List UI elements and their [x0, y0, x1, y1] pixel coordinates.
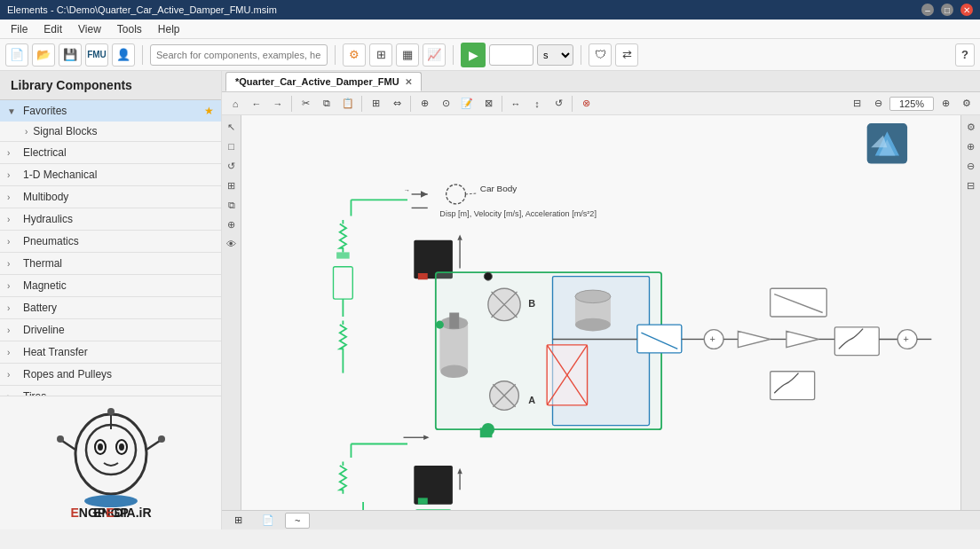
section-pneumatics-label: Pneumatics — [23, 235, 79, 247]
section-tires-header[interactable]: › Tires — [0, 386, 221, 396]
maximize-button[interactable]: □ — [941, 4, 953, 16]
canvas-arrow-btn[interactable]: ↔ — [506, 94, 526, 114]
tab-label: *Quarter_Car_Active_Damper_FMU — [235, 76, 399, 87]
canvas-dist-btn[interactable]: ⇔ — [387, 94, 407, 114]
svg-point-4 — [98, 443, 103, 451]
menu-edit[interactable]: Edit — [36, 21, 69, 37]
section-multibody-header[interactable]: › Multibody — [0, 186, 221, 208]
section-1d-mech-label: 1-D Mechanical — [23, 169, 97, 181]
toolbar: 📄 📂 💾 FMU 👤 ⚙ ⊞ ▦ 📈 ▶ 10 s ms 🛡 ⇄ ? — [0, 39, 980, 71]
fmu-button[interactable]: FMU — [85, 43, 108, 67]
tab-quarter-car[interactable]: *Quarter_Car_Active_Damper_FMU ✕ — [225, 72, 422, 91]
chart-button[interactable]: 📈 — [423, 43, 446, 67]
help-button[interactable]: ? — [955, 43, 975, 67]
strip-box[interactable]: □ — [224, 138, 240, 154]
svg-text:→: → — [404, 186, 410, 194]
shield-button[interactable]: 🛡 — [589, 43, 612, 67]
canvas-align-btn[interactable]: ⊞ — [366, 94, 385, 114]
right-icon-strip: ⚙ ⊕ ⊖ ⊟ — [960, 115, 980, 510]
menu-bar: File Edit View Tools Help — [0, 20, 980, 39]
tab-close-button[interactable]: ✕ — [405, 77, 412, 87]
sim-unit-select[interactable]: s ms — [537, 44, 573, 66]
canvas-probe-btn[interactable]: ⊕ — [415, 94, 434, 114]
section-driveline-header[interactable]: › Driveline — [0, 319, 221, 341]
layout-button[interactable]: ▦ — [396, 43, 419, 67]
favorites-subsection: › Signal Blocks — [0, 122, 221, 141]
section-1d-mech: › 1-D Mechanical — [0, 164, 221, 186]
canvas-rot-btn[interactable]: ↺ — [549, 94, 568, 114]
run-button[interactable]: ▶ — [461, 43, 486, 67]
close-button[interactable]: ✕ — [960, 4, 973, 16]
canvas-fwd-btn[interactable]: → — [268, 94, 288, 114]
section-favorites-header[interactable]: ▼ Favorites ★ — [0, 100, 221, 122]
bottom-tab-doc[interactable]: 📄 — [253, 513, 283, 528]
canvas-stop-btn[interactable]: ⊗ — [576, 94, 596, 114]
canvas-annotate-btn[interactable]: 📝 — [457, 94, 477, 114]
csep1 — [291, 96, 292, 112]
strip-r-fit[interactable]: ⊟ — [963, 177, 979, 193]
strip-layer[interactable]: ⧉ — [224, 197, 240, 213]
menu-tools[interactable]: Tools — [110, 21, 149, 37]
canvas-fit-btn[interactable]: ⊟ — [847, 94, 866, 114]
canvas-back-btn[interactable]: ← — [247, 94, 266, 114]
chevron-1d: › — [7, 170, 18, 180]
canvas-zoom-out-btn[interactable]: ⊖ — [868, 94, 888, 114]
section-pneumatics-header[interactable]: › Pneumatics — [0, 231, 221, 252]
strip-r-zoom-out[interactable]: ⊖ — [963, 158, 979, 174]
sep3 — [453, 45, 454, 65]
strip-r-settings[interactable]: ⚙ — [963, 119, 979, 135]
section-multibody-label: Multibody — [23, 191, 68, 203]
sep1 — [142, 45, 143, 65]
sim-stop-time[interactable]: 10 — [489, 44, 533, 66]
user-button[interactable]: 👤 — [112, 43, 135, 67]
section-battery-header[interactable]: › Battery — [0, 297, 221, 318]
item-signal-blocks[interactable]: › Signal Blocks — [18, 122, 221, 141]
section-ropes: › Ropes and Pulleys — [0, 364, 221, 386]
section-magnetic-header[interactable]: › Magnetic — [0, 275, 221, 296]
diagram-canvas[interactable]: ↖ □ ↺ ⊞ ⧉ ⊕ 👁 ⚙ ⊕ ⊖ ⊟ — [222, 115, 980, 510]
canvas-flip-btn[interactable]: ↕ — [527, 94, 547, 114]
section-electrical-header[interactable]: › Electrical — [0, 142, 221, 163]
svg-point-7 — [107, 408, 115, 415]
section-ropes-label: Ropes and Pulleys — [23, 368, 112, 380]
arrows-button[interactable]: ⇄ — [615, 43, 638, 67]
strip-grid[interactable]: ⊞ — [224, 177, 240, 193]
menu-help[interactable]: Help — [151, 21, 187, 37]
sep2 — [335, 45, 336, 65]
canvas-zoom-in-btn[interactable]: ⊕ — [936, 94, 955, 114]
strip-pointer[interactable]: ↖ — [224, 119, 240, 135]
canvas-settings-btn[interactable]: ⚙ — [957, 94, 976, 114]
menu-file[interactable]: File — [4, 21, 35, 37]
section-heat-transfer: › Heat Transfer — [0, 341, 221, 364]
section-1d-mech-header[interactable]: › 1-D Mechanical — [0, 164, 221, 185]
canvas-group-btn[interactable]: ⊠ — [478, 94, 498, 114]
section-thermal-header[interactable]: › Thermal — [0, 253, 221, 274]
grid-button[interactable]: ⊞ — [369, 43, 392, 67]
search-input[interactable] — [150, 44, 328, 66]
svg-text:+: + — [710, 333, 715, 344]
item-signal-blocks-label: Signal Blocks — [33, 125, 97, 137]
canvas-cut-btn[interactable]: ✂ — [296, 94, 315, 114]
canvas-paste-btn[interactable]: 📋 — [338, 94, 358, 114]
minimize-button[interactable]: – — [921, 4, 934, 16]
engpedia-logo: ENGP ENGPEDIA.iR — [44, 405, 178, 521]
save-button[interactable]: 💾 — [59, 43, 82, 67]
section-hydraulics-header[interactable]: › Hydraulics — [0, 208, 221, 230]
section-ropes-header[interactable]: › Ropes and Pulleys — [0, 364, 221, 385]
strip-eye[interactable]: 👁 — [224, 236, 240, 252]
canvas-snap-btn[interactable]: ⊙ — [436, 94, 455, 114]
section-heat-transfer-header[interactable]: › Heat Transfer — [0, 341, 221, 363]
strip-rotate[interactable]: ↺ — [224, 158, 240, 174]
open-button[interactable]: 📂 — [32, 43, 55, 67]
bottom-tab-chart[interactable]: ~ — [285, 513, 310, 529]
new-button[interactable]: 📄 — [5, 43, 28, 67]
chevron-driveline: › — [7, 325, 18, 335]
strip-r-zoom-in[interactable]: ⊕ — [963, 138, 979, 154]
build-button[interactable]: ⚙ — [343, 43, 366, 67]
canvas-home-btn[interactable]: ⌂ — [225, 94, 245, 114]
canvas-copy-btn[interactable]: ⧉ — [317, 94, 336, 114]
menu-view[interactable]: View — [71, 21, 108, 37]
strip-connect[interactable]: ⊕ — [224, 216, 240, 232]
svg-line-9 — [146, 441, 160, 450]
bottom-tab-grid[interactable]: ⊞ — [225, 513, 251, 528]
